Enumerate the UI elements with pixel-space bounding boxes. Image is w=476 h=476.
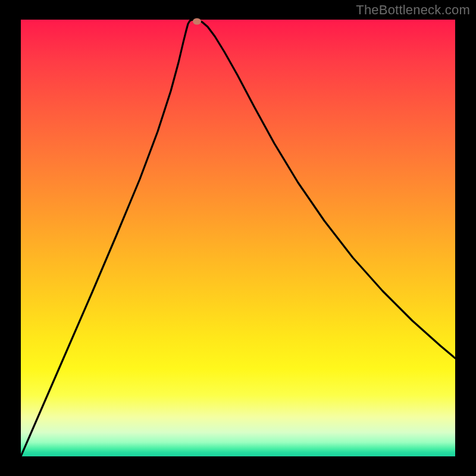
plot-area (21, 20, 455, 456)
bottleneck-curve (21, 20, 455, 456)
chart-root: TheBottleneck.com (0, 0, 476, 476)
optimal-point-marker (193, 18, 201, 25)
curve-path (21, 20, 455, 456)
watermark-text: TheBottleneck.com (356, 2, 470, 18)
